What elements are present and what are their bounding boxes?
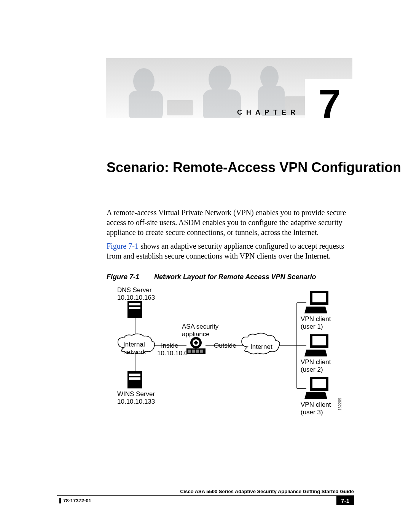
svg-rect-21 (129, 374, 140, 376)
chapter-number: 7 (319, 81, 341, 127)
footer-divider (57, 495, 354, 496)
vpn3-line1: VPN client (301, 401, 331, 408)
svg-rect-3 (203, 89, 241, 118)
wins-server-ip: 10.10.10.133 (117, 398, 155, 405)
svg-rect-22 (129, 377, 140, 380)
svg-point-2 (209, 66, 231, 93)
footer-page-number: 7-1 (336, 496, 354, 505)
svg-rect-25 (192, 350, 195, 353)
network-diagram: DNS Server 10.10.10.163 WINS Server 10.1… (107, 282, 358, 411)
figure-number: Figure 7-1 (107, 273, 152, 281)
figure-id-number: 132209 (338, 398, 342, 411)
vpn3-line2: (user 3) (301, 409, 323, 416)
asa-label-2: appliance (182, 331, 210, 338)
figure-title: Network Layout for Remote Access VPN Sce… (154, 273, 316, 281)
asa-label: ASA security appliance (182, 323, 218, 338)
chapter-word: CHAPTER (237, 109, 299, 117)
svg-rect-26 (196, 350, 199, 353)
dns-server-label: DNS Server 10.10.10.163 (117, 286, 155, 301)
inside-ip: 10.10.10.0 (157, 350, 188, 357)
internet-label: Internet (250, 343, 272, 351)
vpn-client-2-label: VPN client (user 2) (301, 358, 331, 373)
svg-rect-24 (188, 350, 191, 353)
body-text: A remote-access Virtual Private Network … (107, 208, 352, 265)
dns-server-text: DNS Server (117, 286, 152, 294)
svg-marker-33 (304, 307, 327, 313)
vpn1-line2: (user 1) (301, 323, 323, 330)
outside-label: Outside (214, 342, 236, 350)
internal-1: Internal (123, 341, 145, 348)
paragraph-2-rest: shows an adaptive security appliance con… (107, 242, 344, 260)
inside-label: Inside (161, 342, 178, 350)
chapter-number-box: 7 (305, 79, 354, 129)
svg-rect-19 (129, 307, 140, 309)
svg-rect-31 (312, 293, 326, 302)
paragraph-2: Figure 7-1 shows an adaptive security ap… (107, 241, 352, 261)
vpn2-line2: (user 2) (301, 366, 323, 373)
svg-point-0 (133, 68, 155, 94)
paragraph-1: A remote-access Virtual Private Network … (107, 208, 352, 237)
wins-server-text: WINS Server (117, 390, 155, 398)
svg-rect-35 (312, 336, 326, 345)
svg-rect-1 (129, 91, 163, 118)
dns-server-ip: 10.10.10.163 (117, 294, 155, 301)
svg-rect-18 (129, 303, 140, 305)
footer-guide-title: Cisco ASA 5500 Series Adaptive Security … (180, 489, 354, 494)
svg-rect-6 (167, 100, 193, 115)
svg-point-4 (260, 66, 279, 89)
svg-rect-39 (312, 379, 326, 388)
wins-server-label: WINS Server 10.10.10.133 (117, 390, 155, 405)
vpn2-line1: VPN client (301, 358, 331, 366)
chapter-word-text: CHAPTER (237, 109, 299, 116)
footer-doc-number: 78-17372-01 (59, 498, 91, 503)
svg-marker-41 (304, 392, 327, 399)
figure-reference: Figure 7-1 (107, 242, 139, 250)
page-title: Scenario: Remote-Access VPN Configuratio… (107, 159, 401, 176)
vpn-client-3-label: VPN client (user 3) (301, 401, 331, 416)
figure-caption: Figure 7-1 Network Layout for Remote Acc… (107, 273, 316, 281)
svg-marker-37 (304, 350, 327, 356)
vpn1-line1: VPN client (301, 315, 331, 323)
asa-label-1: ASA security (182, 323, 218, 330)
vpn-client-1-label: VPN client (user 1) (301, 315, 331, 330)
internal-network-label: Internal network (123, 341, 146, 356)
internal-2: network (123, 348, 146, 356)
svg-rect-27 (200, 350, 203, 353)
